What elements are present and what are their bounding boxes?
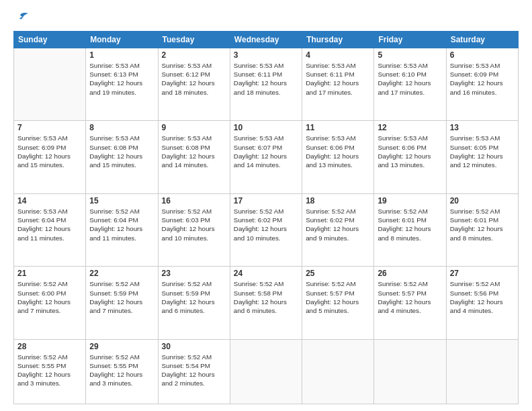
day-number: 16 [162,196,226,205]
calendar-table: SundayMondayTuesdayWednesdayThursdayFrid… [13,31,519,404]
calendar-cell: 26Sunrise: 5:52 AM Sunset: 5:57 PM Dayli… [374,267,446,339]
day-number: 6 [450,50,515,60]
day-number: 22 [89,269,154,278]
calendar-cell: 19Sunrise: 5:52 AM Sunset: 6:01 PM Dayli… [374,193,446,266]
calendar-cell: 14Sunrise: 5:53 AM Sunset: 6:04 PM Dayli… [14,193,86,266]
calendar-cell: 9Sunrise: 5:53 AM Sunset: 6:08 PM Daylig… [158,121,230,193]
day-info: Sunrise: 5:53 AM Sunset: 6:10 PM Dayligh… [378,61,442,97]
day-info: Sunrise: 5:53 AM Sunset: 6:13 PM Dayligh… [89,61,154,97]
calendar-cell: 10Sunrise: 5:53 AM Sunset: 6:07 PM Dayli… [230,121,302,193]
day-info: Sunrise: 5:52 AM Sunset: 6:00 PM Dayligh… [17,279,82,315]
weekday-header-row: SundayMondayTuesdayWednesdayThursdayFrid… [14,32,519,48]
calendar-cell: 23Sunrise: 5:52 AM Sunset: 5:59 PM Dayli… [158,267,230,339]
calendar-cell: 18Sunrise: 5:52 AM Sunset: 6:02 PM Dayli… [302,193,374,266]
calendar-week-row: 28Sunrise: 5:52 AM Sunset: 5:55 PM Dayli… [14,339,519,404]
day-number: 28 [17,342,82,351]
calendar-cell: 29Sunrise: 5:52 AM Sunset: 5:55 PM Dayli… [86,339,158,404]
calendar-cell [230,339,302,404]
day-info: Sunrise: 5:53 AM Sunset: 6:04 PM Dayligh… [17,207,82,242]
day-number: 27 [450,269,515,278]
calendar-cell: 30Sunrise: 5:52 AM Sunset: 5:54 PM Dayli… [158,339,230,404]
day-number: 5 [378,50,442,60]
day-info: Sunrise: 5:52 AM Sunset: 6:02 PM Dayligh… [234,207,298,242]
day-info: Sunrise: 5:53 AM Sunset: 6:08 PM Dayligh… [162,134,226,169]
day-info: Sunrise: 5:52 AM Sunset: 5:59 PM Dayligh… [162,279,226,315]
day-number: 8 [89,123,154,132]
calendar-cell: 3Sunrise: 5:53 AM Sunset: 6:11 PM Daylig… [230,48,302,121]
calendar-week-row: 14Sunrise: 5:53 AM Sunset: 6:04 PM Dayli… [14,193,519,266]
day-number: 15 [89,196,154,205]
weekday-header-wednesday: Wednesday [230,32,302,48]
day-info: Sunrise: 5:53 AM Sunset: 6:09 PM Dayligh… [17,134,82,169]
day-info: Sunrise: 5:52 AM Sunset: 5:59 PM Dayligh… [89,279,154,315]
day-info: Sunrise: 5:53 AM Sunset: 6:07 PM Dayligh… [234,134,298,169]
day-info: Sunrise: 5:53 AM Sunset: 6:11 PM Dayligh… [234,61,298,97]
day-info: Sunrise: 5:52 AM Sunset: 5:57 PM Dayligh… [378,279,442,315]
calendar-cell: 17Sunrise: 5:52 AM Sunset: 6:02 PM Dayli… [230,193,302,266]
day-number: 3 [234,50,298,60]
day-info: Sunrise: 5:53 AM Sunset: 6:05 PM Dayligh… [450,134,515,169]
day-number: 14 [17,196,82,205]
weekday-header-sunday: Sunday [14,32,86,48]
calendar-week-row: 7Sunrise: 5:53 AM Sunset: 6:09 PM Daylig… [14,121,519,193]
day-info: Sunrise: 5:53 AM Sunset: 6:09 PM Dayligh… [450,61,515,97]
calendar-cell: 16Sunrise: 5:52 AM Sunset: 6:03 PM Dayli… [158,193,230,266]
day-number: 23 [162,269,226,278]
logo-bird-icon [15,12,30,24]
calendar-week-row: 21Sunrise: 5:52 AM Sunset: 6:00 PM Dayli… [14,267,519,339]
page: SundayMondayTuesdayWednesdayThursdayFrid… [0,0,532,411]
day-number: 2 [162,50,226,60]
day-number: 18 [306,196,370,205]
day-info: Sunrise: 5:53 AM Sunset: 6:08 PM Dayligh… [89,134,154,169]
weekday-header-friday: Friday [374,32,446,48]
day-number: 13 [450,123,515,132]
day-number: 1 [89,50,154,60]
day-number: 4 [306,50,370,60]
day-number: 7 [17,123,82,132]
day-number: 30 [162,342,226,351]
day-info: Sunrise: 5:52 AM Sunset: 5:54 PM Dayligh… [162,353,226,388]
calendar-cell: 7Sunrise: 5:53 AM Sunset: 6:09 PM Daylig… [14,121,86,193]
day-info: Sunrise: 5:52 AM Sunset: 6:02 PM Dayligh… [306,207,370,242]
calendar-cell: 24Sunrise: 5:52 AM Sunset: 5:58 PM Dayli… [230,267,302,339]
calendar-cell: 4Sunrise: 5:53 AM Sunset: 6:11 PM Daylig… [302,48,374,121]
day-number: 9 [162,123,226,132]
day-number: 21 [17,269,82,278]
calendar-cell: 15Sunrise: 5:52 AM Sunset: 6:04 PM Dayli… [86,193,158,266]
calendar-cell: 5Sunrise: 5:53 AM Sunset: 6:10 PM Daylig… [374,48,446,121]
day-number: 11 [306,123,370,132]
day-info: Sunrise: 5:52 AM Sunset: 5:55 PM Dayligh… [17,353,82,388]
day-info: Sunrise: 5:52 AM Sunset: 6:04 PM Dayligh… [89,207,154,242]
day-info: Sunrise: 5:53 AM Sunset: 6:12 PM Dayligh… [162,61,226,97]
calendar-cell: 11Sunrise: 5:53 AM Sunset: 6:06 PM Dayli… [302,121,374,193]
calendar-cell: 28Sunrise: 5:52 AM Sunset: 5:55 PM Dayli… [14,339,86,404]
day-info: Sunrise: 5:52 AM Sunset: 5:57 PM Dayligh… [306,279,370,315]
calendar-cell [374,339,446,404]
day-info: Sunrise: 5:52 AM Sunset: 5:55 PM Dayligh… [89,353,154,388]
day-number: 12 [378,123,442,132]
day-info: Sunrise: 5:52 AM Sunset: 5:56 PM Dayligh… [450,279,515,315]
weekday-header-monday: Monday [86,32,158,48]
calendar-cell: 25Sunrise: 5:52 AM Sunset: 5:57 PM Dayli… [302,267,374,339]
calendar-cell: 22Sunrise: 5:52 AM Sunset: 5:59 PM Dayli… [86,267,158,339]
calendar-week-row: 1Sunrise: 5:53 AM Sunset: 6:13 PM Daylig… [14,48,519,121]
calendar-cell: 13Sunrise: 5:53 AM Sunset: 6:05 PM Dayli… [446,121,518,193]
calendar-cell: 12Sunrise: 5:53 AM Sunset: 6:06 PM Dayli… [374,121,446,193]
calendar-cell: 2Sunrise: 5:53 AM Sunset: 6:12 PM Daylig… [158,48,230,121]
logo [13,12,30,24]
day-info: Sunrise: 5:52 AM Sunset: 5:58 PM Dayligh… [234,279,298,315]
day-number: 29 [89,342,154,351]
calendar-cell: 6Sunrise: 5:53 AM Sunset: 6:09 PM Daylig… [446,48,518,121]
calendar-cell: 8Sunrise: 5:53 AM Sunset: 6:08 PM Daylig… [86,121,158,193]
calendar-cell: 27Sunrise: 5:52 AM Sunset: 5:56 PM Dayli… [446,267,518,339]
day-number: 25 [306,269,370,278]
calendar-cell: 20Sunrise: 5:52 AM Sunset: 6:01 PM Dayli… [446,193,518,266]
day-info: Sunrise: 5:53 AM Sunset: 6:06 PM Dayligh… [378,134,442,169]
weekday-header-tuesday: Tuesday [158,32,230,48]
calendar-cell [14,48,86,121]
day-info: Sunrise: 5:52 AM Sunset: 6:01 PM Dayligh… [450,207,515,242]
calendar-cell [446,339,518,404]
day-number: 10 [234,123,298,132]
weekday-header-thursday: Thursday [302,32,374,48]
day-number: 17 [234,196,298,205]
